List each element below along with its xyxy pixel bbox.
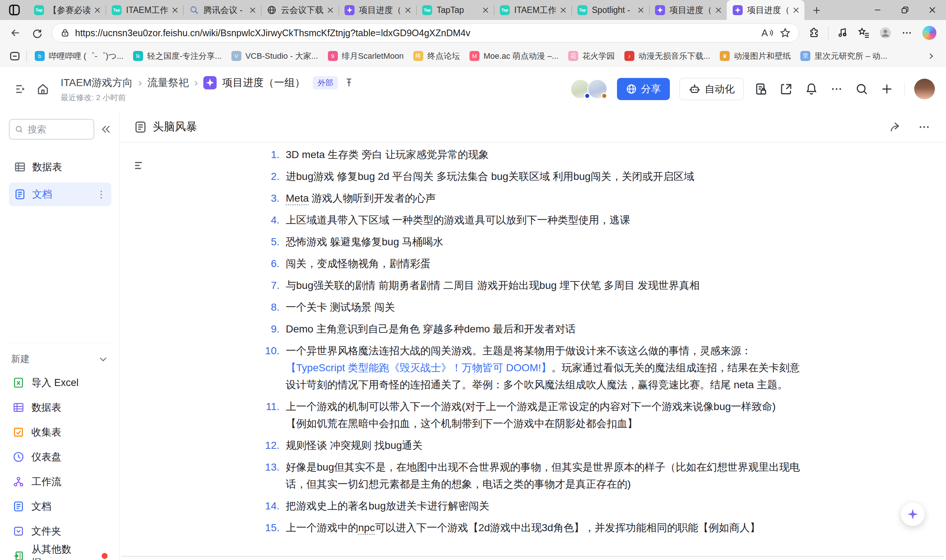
media-controls-icon[interactable] — [833, 24, 851, 42]
list-text[interactable]: 一个异世界风格魔法连招大战的闯关游戏。主题是将某物用于做设计来不该这么做的事情，… — [286, 342, 800, 394]
list-text[interactable]: 上一个游戏中的npc可以进入下一个游戏【2d游戏中出现3d角色】，并发挥功能相同… — [286, 519, 800, 536]
bookmarks-overflow-icon[interactable] — [921, 52, 940, 60]
new-item-import[interactable]: 从其他数据... — [9, 543, 111, 560]
bookmark-item[interactable]: 里里次元研究所 – 动... — [796, 48, 892, 64]
tab-close-icon[interactable] — [170, 6, 180, 15]
list-text[interactable]: 规则怪谈 冲突规则 找bug通关 — [286, 437, 800, 454]
list-text[interactable]: 恐怖游戏 躲避鬼修复bug 马桶喝水 — [286, 234, 800, 251]
new-item-dashboard[interactable]: 仪表盘 — [9, 445, 111, 469]
favorites-list-icon[interactable] — [855, 24, 873, 42]
list-text[interactable]: 3D meta 生存类 旁白 让玩家感觉异常的现象 — [286, 146, 800, 163]
sidebar-search-box[interactable] — [9, 119, 94, 140]
doc-more-icon[interactable] — [918, 121, 931, 133]
close-button[interactable] — [919, 0, 946, 20]
list-text[interactable]: 一个关卡 测试场景 闯关 — [286, 299, 800, 316]
header-add-icon[interactable] — [879, 81, 895, 97]
collapse-sidebar-icon[interactable] — [100, 124, 111, 135]
tab-close-icon[interactable] — [714, 6, 723, 15]
list-text[interactable]: 进bug游戏 修复bug 2d 平台闯关 多玩法集合 bug关联区域 利用bug… — [286, 168, 800, 185]
restore-button[interactable] — [891, 0, 919, 20]
form-permission-icon[interactable] — [753, 81, 769, 97]
bookmark-item[interactable]: 9绯月ScarletMoon — [323, 48, 409, 64]
tab-close-icon[interactable] — [403, 6, 412, 15]
new-tab-button[interactable] — [808, 3, 825, 18]
bookmark-item[interactable]: VVCB-Studio - 大家... — [227, 48, 323, 64]
list-item[interactable]: 15.上一个游戏中的npc可以进入下一个游戏【2d游戏中出现3d角色】，并发挥功… — [259, 519, 800, 536]
sidebar-item-active[interactable]: 文档⋮ — [9, 183, 111, 206]
tab-close-icon[interactable] — [559, 6, 568, 15]
list-item[interactable]: 5.恐怖游戏 躲避鬼修复bug 马桶喝水 — [259, 234, 800, 251]
new-section-header[interactable]: 新建 — [11, 353, 108, 365]
bookmark-item[interactable]: 花花火学园 — [563, 48, 620, 64]
browser-settings-icon[interactable] — [898, 24, 916, 42]
list-item[interactable]: 8.一个关卡 测试场景 闯关 — [259, 299, 800, 316]
list-text[interactable]: 上一个游戏的机制可以带入下一个游戏(对于上一个游戏是正常设定的内容对下一个游戏来… — [286, 398, 800, 432]
doc-link[interactable]: 【TypeScript 类型能跑《毁灭战士》！万物皆可 DOOM!】 — [286, 362, 552, 374]
tab-close-icon[interactable] — [93, 6, 102, 15]
read-aloud-icon[interactable]: A — [762, 27, 775, 39]
refresh-button[interactable] — [28, 24, 46, 42]
sidebar-search-input[interactable] — [28, 124, 88, 135]
browser-tab[interactable]: Tap【参赛必读 — [28, 0, 106, 20]
list-text[interactable]: 把游戏史上的著名bug放进关卡进行解密闯关 — [286, 498, 800, 515]
new-item-workflow[interactable]: 工作流 — [9, 469, 111, 494]
new-item-excel[interactable]: 导入 Excel — [9, 370, 111, 395]
hub-sidebar-icon[interactable] — [6, 47, 24, 65]
collaborator-avatar[interactable] — [587, 79, 607, 99]
url-text[interactable]: https://ucnsn3eu0zor.feishu.cn/wiki/Bsnp… — [75, 28, 756, 38]
collaborator-avatars[interactable] — [570, 79, 607, 99]
new-item-form[interactable]: 收集表 — [9, 420, 111, 445]
browser-tab[interactable]: TapITAEM工作 — [106, 0, 184, 20]
breadcrumb-space[interactable]: ITAEM游戏方向 — [61, 76, 133, 90]
tab-close-icon[interactable] — [326, 6, 335, 15]
outline-icon[interactable] — [133, 160, 145, 171]
tab-close-icon[interactable] — [248, 6, 257, 15]
list-item[interactable]: 6.闯关，变成怪物视角，剧情彩蛋 — [259, 255, 800, 272]
item-more-icon[interactable]: ⋮ — [96, 189, 106, 200]
collect-share-icon[interactable] — [779, 81, 794, 97]
list-item[interactable]: 4.上区域道具带入下区域 一种类型的游戏道具可以放到下一种类型使用，逃课 — [259, 212, 800, 229]
numbered-list[interactable]: 1.3D meta 生存类 旁白 让玩家感觉异常的现象2.进bug游戏 修复bu… — [120, 143, 800, 536]
bookmark-item[interactable]: ♛动漫图片和壁纸 — [715, 48, 796, 64]
list-text[interactable]: Meta 游戏人物听到开发者的心声 — [286, 190, 800, 207]
list-item[interactable]: 1.3D meta 生存类 旁白 让玩家感觉异常的现象 — [259, 146, 800, 163]
user-avatar[interactable] — [914, 79, 935, 99]
bookmark-item[interactable]: b哔哩哔哩 (゜-゜)つ... — [30, 48, 128, 64]
automation-button[interactable]: 自动化 — [679, 78, 744, 100]
list-text[interactable]: 闯关，变成怪物视角，剧情彩蛋 — [286, 255, 800, 272]
browser-tab[interactable]: 项目进度（ — [649, 0, 727, 20]
list-item[interactable]: 11.上一个游戏的机制可以带入下一个游戏(对于上一个游戏是正常设定的内容对下一个… — [259, 398, 800, 432]
breadcrumb-parent[interactable]: 流量祭祀 — [148, 76, 189, 90]
list-text[interactable]: 上区域道具带入下区域 一种类型的游戏道具可以放到下一种类型使用，逃课 — [286, 212, 800, 229]
sidebar-item-item[interactable]: 数据表 — [9, 155, 111, 179]
list-text[interactable]: 与bug强关联的剧情 前期勇者剧情 二周目 游戏开始出现bug 埋下伏笔 多周目… — [286, 277, 800, 294]
pin-icon[interactable] — [343, 77, 355, 88]
list-item[interactable]: 12.规则怪谈 冲突规则 找bug通关 — [259, 437, 800, 454]
header-more-icon[interactable] — [829, 81, 844, 97]
extensions-icon[interactable] — [805, 24, 823, 42]
list-item[interactable]: 10.一个异世界风格魔法连招大战的闯关游戏。主题是将某物用于做设计来不该这么做的… — [259, 342, 800, 394]
share-button[interactable]: 分享 — [617, 78, 670, 100]
bookmark-item[interactable]: 终终点论坛 — [409, 48, 465, 64]
doc-body[interactable]: 1.3D meta 生存类 旁白 让玩家感觉异常的现象2.进bug游戏 修复bu… — [120, 143, 946, 560]
browser-tab[interactable]: TapTapTap — [416, 0, 494, 20]
browser-tab[interactable]: 云会议下载 — [261, 0, 339, 20]
address-bar[interactable]: https://ucnsn3eu0zor.feishu.cn/wiki/Bsnp… — [52, 23, 799, 43]
doc-share-icon[interactable] — [889, 121, 902, 133]
new-item-doc[interactable]: 文档 — [9, 494, 111, 518]
minimize-button[interactable] — [864, 0, 891, 20]
list-item[interactable]: 7.与bug强关联的剧情 前期勇者剧情 二周目 游戏开始出现bug 埋下伏笔 多… — [259, 277, 800, 294]
home-icon[interactable] — [35, 81, 51, 97]
workspaces-icon[interactable] — [6, 2, 23, 18]
browser-tab[interactable]: TapSpotlight - — [571, 0, 649, 20]
breadcrumb-current[interactable]: 项目进度（一组） — [222, 76, 305, 90]
list-item[interactable]: 2.进bug游戏 修复bug 2d 平台闯关 多玩法集合 bug关联区域 利用b… — [259, 168, 800, 185]
browser-profile-avatar[interactable] — [877, 24, 894, 42]
list-text[interactable]: Demo 主角意识到自己是角色 穿越多种demo 最后和开发者对话 — [286, 321, 800, 338]
browser-tab[interactable]: 项目进度（ — [339, 0, 416, 20]
tab-close-icon[interactable] — [792, 6, 801, 15]
favorite-star-icon[interactable] — [779, 27, 791, 38]
ai-assistant-button[interactable] — [901, 502, 924, 526]
list-item[interactable]: 3.Meta 游戏人物听到开发者的心声 — [259, 190, 800, 207]
bookmark-item[interactable]: MMoe.ac 萌点动漫 –... — [465, 48, 563, 64]
